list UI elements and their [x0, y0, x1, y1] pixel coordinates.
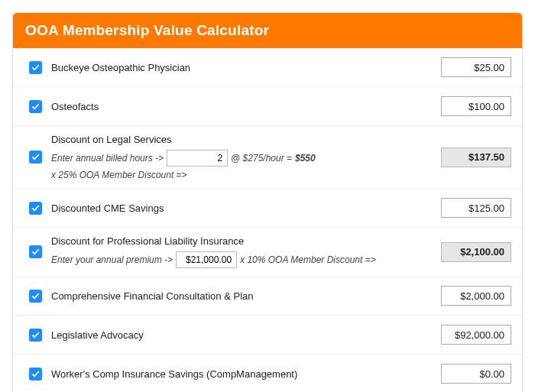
benefit-label: Legislative Advocacy	[51, 329, 429, 341]
sub-bold: $550	[295, 153, 316, 164]
benefit-row: Discounted CME Savings	[13, 189, 522, 228]
checkbox[interactable]	[29, 151, 42, 164]
value-input[interactable]	[441, 57, 511, 77]
benefit-label: Comprehensive Financial Consultation & P…	[51, 290, 429, 302]
benefit-row: Worker's Comp Insurance Savings (CompMan…	[13, 355, 522, 392]
sub-prefix: Enter annual billed hours ->	[51, 153, 164, 164]
benefit-label: Discount for Professional Liability Insu…	[51, 235, 429, 247]
benefit-row: Legislative Advocacy	[13, 316, 522, 355]
benefit-label: Discount on Legal Services	[51, 134, 429, 145]
benefit-label: Osteofacts	[51, 101, 429, 112]
benefit-label: Buckeye Osteopathic Physician	[51, 62, 429, 73]
benefit-row: Buckeye Osteopathic Physician	[13, 48, 522, 87]
value-input[interactable]	[441, 96, 511, 116]
page-title: OOA Membership Value Calculator	[13, 13, 522, 48]
benefit-row: Discount for Professional Liability Insu…	[13, 228, 522, 277]
checkbox[interactable]	[29, 61, 42, 74]
value-input[interactable]	[441, 364, 511, 384]
benefit-row: Osteofacts	[13, 87, 522, 126]
benefit-row: Discount on Legal ServicesEnter annual b…	[13, 126, 522, 189]
value-input[interactable]	[441, 286, 511, 306]
checkbox[interactable]	[29, 202, 42, 215]
calculator-container: OOA Membership Value Calculator Buckeye …	[12, 12, 523, 392]
sub-mid: @ $275/hour =	[231, 153, 292, 164]
sub-prefix: Enter your annual premium ->	[51, 254, 173, 265]
inline-input[interactable]	[167, 150, 228, 167]
sub-tail: x 25% OOA Member Discount =>	[51, 170, 187, 180]
sub-formula: Enter your annual premium ->x 10% OOA Me…	[51, 251, 429, 268]
sub-formula: Enter annual billed hours ->@ $275/hour …	[51, 150, 429, 180]
checkbox[interactable]	[29, 100, 42, 113]
checkbox[interactable]	[29, 329, 42, 342]
value-input[interactable]	[441, 198, 511, 218]
checkbox[interactable]	[29, 245, 42, 258]
checkbox[interactable]	[29, 368, 42, 381]
benefit-label: Discounted CME Savings	[51, 202, 429, 214]
value-input	[441, 147, 511, 167]
value-input	[441, 242, 511, 262]
sub-mid: x 10% OOA Member Discount =>	[240, 254, 376, 265]
inline-input[interactable]	[176, 251, 237, 268]
benefit-label: Worker's Comp Insurance Savings (CompMan…	[51, 368, 429, 380]
value-input[interactable]	[441, 325, 511, 345]
benefit-row: Comprehensive Financial Consultation & P…	[13, 277, 522, 316]
checkbox[interactable]	[29, 290, 42, 303]
